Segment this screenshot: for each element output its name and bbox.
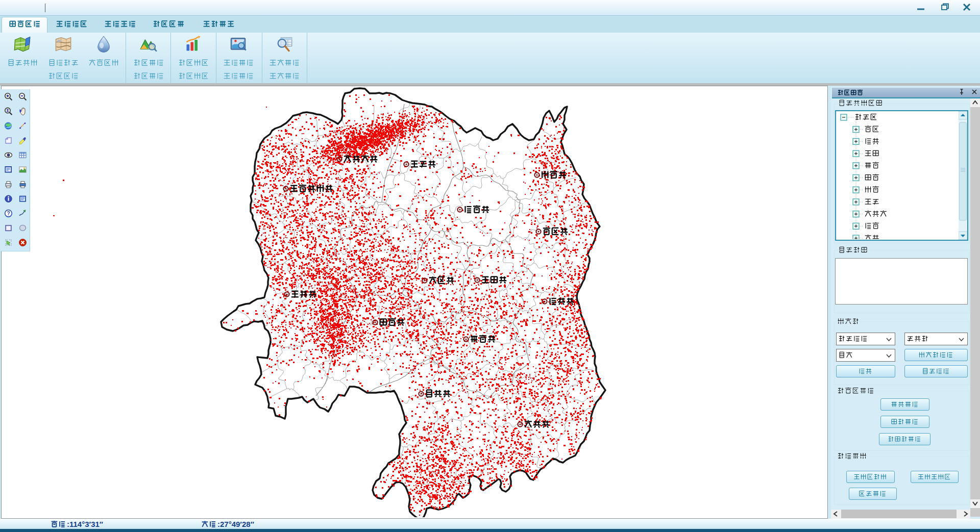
svg-text:?: ? bbox=[7, 211, 10, 216]
